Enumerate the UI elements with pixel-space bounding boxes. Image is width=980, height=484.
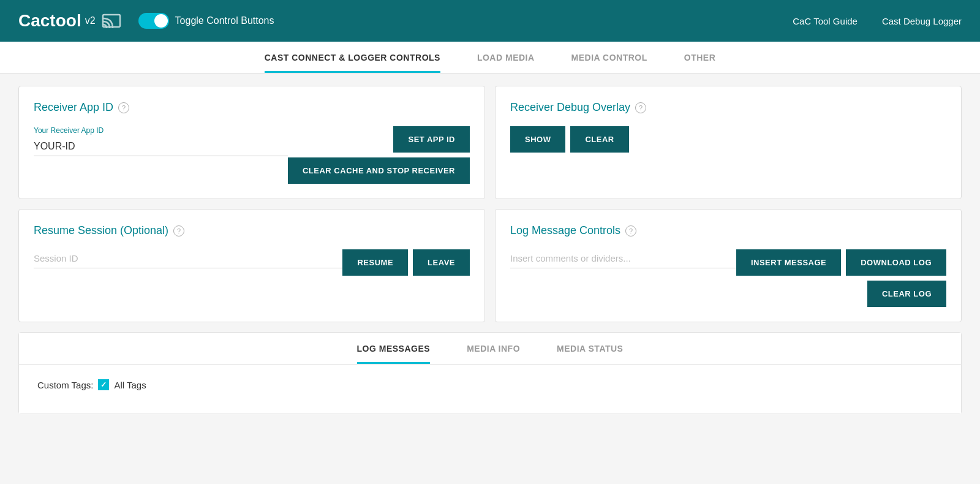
show-button[interactable]: SHOW [510,126,565,153]
resume-session-help-icon[interactable]: ? [173,225,184,236]
receiver-app-id-body: Your Receiver App ID SET APP ID CLEAR CA… [34,126,470,184]
receiver-app-id-input[interactable] [34,137,288,156]
cards-grid: Receiver App ID ? Your Receiver App ID S… [18,86,962,322]
log-btn-row-bottom: CLEAR LOG [867,281,946,307]
receiver-app-id-card: Receiver App ID ? Your Receiver App ID S… [18,86,485,199]
receiver-debug-overlay-card: Receiver Debug Overlay ? SHOW CLEAR [495,86,962,199]
tab-load-media[interactable]: LOAD MEDIA [477,42,535,73]
receiver-app-id-input-group: Your Receiver App ID [34,126,288,156]
receiver-app-id-left: Your Receiver App ID [34,126,288,166]
resume-button[interactable]: RESUME [342,249,408,276]
header-nav: CaC Tool Guide Cast Debug Logger [793,16,962,26]
toggle-track [138,13,169,29]
toggle-area[interactable]: Toggle Control Buttons [138,13,274,29]
tab-media-info[interactable]: MEDIA INFO [467,333,520,364]
toggle-label: Toggle Control Buttons [175,15,274,26]
nav-cast-debug-logger[interactable]: Cast Debug Logger [882,16,962,26]
insert-message-button[interactable]: INSERT MESSAGE [736,249,841,276]
log-input-area [510,249,736,268]
toggle-switch[interactable] [138,13,169,29]
tab-other[interactable]: OTHER [684,42,716,73]
resume-session-left [34,249,342,278]
log-message-input[interactable] [510,249,736,268]
tab-log-messages[interactable]: LOG MESSAGES [357,333,431,364]
clear-cache-stop-receiver-button[interactable]: CLEAR CACHE AND STOP RECEIVER [288,157,470,184]
receiver-app-id-right: SET APP ID CLEAR CACHE AND STOP RECEIVER [288,126,470,184]
log-btn-row-top: INSERT MESSAGE DOWNLOAD LOG [736,249,946,276]
resume-session-title: Resume Session (Optional) ? [34,224,470,237]
leave-button[interactable]: LEAVE [413,249,470,276]
log-message-controls-help-icon[interactable]: ? [625,225,636,236]
clear-overlay-button[interactable]: CLEAR [570,126,628,153]
session-id-input-group [34,249,342,268]
receiver-debug-overlay-help-icon[interactable]: ? [635,102,646,113]
session-id-input[interactable] [34,249,342,268]
receiver-app-id-input-label: Your Receiver App ID [34,126,288,135]
main-content: Receiver App ID ? Your Receiver App ID S… [0,74,980,426]
logo-area: Cactool v2 [18,11,126,31]
set-app-id-button[interactable]: SET APP ID [393,126,470,153]
resume-session-body: RESUME LEAVE [34,249,470,278]
bottom-content: Custom Tags: All Tags [19,365,961,414]
receiver-debug-overlay-title: Receiver Debug Overlay ? [510,101,946,114]
tab-media-control[interactable]: MEDIA CONTROL [571,42,647,73]
resume-session-card: Resume Session (Optional) ? RESUME LEAVE [18,209,485,322]
cast-icon [102,11,126,31]
clear-log-button[interactable]: CLEAR LOG [867,281,946,307]
bottom-tabs: LOG MESSAGES MEDIA INFO MEDIA STATUS [19,333,961,365]
tab-media-status[interactable]: MEDIA STATUS [557,333,623,364]
log-btn-group: INSERT MESSAGE DOWNLOAD LOG CLEAR LOG [736,249,946,307]
custom-tags-label: Custom Tags: [37,380,93,390]
log-message-controls-title: Log Message Controls ? [510,224,946,237]
log-controls-body: INSERT MESSAGE DOWNLOAD LOG CLEAR LOG [510,249,946,307]
download-log-button[interactable]: DOWNLOAD LOG [846,249,946,276]
receiver-app-id-title: Receiver App ID ? [34,101,470,114]
main-tabs: CAST CONNECT & LOGGER CONTROLS LOAD MEDI… [0,42,980,74]
nav-cac-tool-guide[interactable]: CaC Tool Guide [793,16,858,26]
receiver-app-id-help-icon[interactable]: ? [118,102,129,113]
receiver-debug-overlay-buttons: SHOW CLEAR [510,126,946,153]
resume-session-buttons: RESUME LEAVE [342,249,470,276]
tab-cast-connect[interactable]: CAST CONNECT & LOGGER CONTROLS [265,42,440,73]
all-tags-label: All Tags [114,380,146,390]
log-message-controls-card: Log Message Controls ? INSERT MESSAGE DO… [495,209,962,322]
resume-session-right: RESUME LEAVE [342,249,470,276]
logo-text: Cactool v2 [18,11,96,31]
app-header: Cactool v2 Toggle Control Buttons CaC To… [0,0,980,42]
toggle-thumb [154,14,168,28]
custom-tags-row: Custom Tags: All Tags [37,379,943,390]
bottom-section: LOG MESSAGES MEDIA INFO MEDIA STATUS Cus… [18,332,962,414]
all-tags-checkbox[interactable] [98,379,109,390]
